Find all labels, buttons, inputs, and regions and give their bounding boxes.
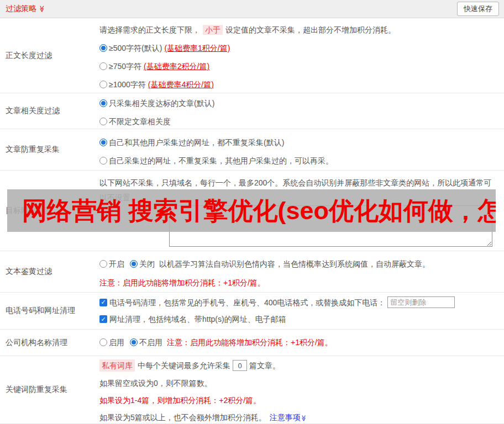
- row-label: 关键词防重复采集: [0, 356, 99, 423]
- private-lexicon-highlight: 私有词库: [99, 359, 135, 372]
- row-company-clean: 公司机构名称清理 启用 不启用 注意：启用此功能将增加积分消耗：+1积分/篇。: [0, 330, 504, 356]
- radio-label: 开启: [109, 258, 124, 269]
- watermark-text: 网络营销 搜索引擎优化(seo优化如何做，怎: [22, 194, 496, 227]
- radio-label: 自己采集过的网址，不重复采集，其他用户采集过的，可以再采。: [109, 155, 333, 166]
- keyword-limit-line: 私有词库 中每个关键词最多允许采集 篇文章。: [99, 359, 498, 372]
- radio-checked-icon[interactable]: [99, 139, 107, 146]
- row-label: 文本鉴黄过滤: [0, 251, 99, 292]
- radio-unchecked-icon[interactable]: [99, 157, 107, 165]
- rate-note: (基础费率4积分/篇): [148, 79, 214, 90]
- radio-option-500[interactable]: ≥500字符(默认) (基础费率1积分/篇): [99, 43, 498, 54]
- keyword-limit-input[interactable]: [233, 360, 247, 371]
- radio-unchecked-icon[interactable]: [99, 118, 107, 125]
- note-text: 如果设为5篇或以上，也不会额外增加积分消耗。: [99, 413, 266, 422]
- radio-label: ≥500字符(默认): [109, 43, 162, 54]
- quick-save-button[interactable]: 快速保存: [457, 2, 499, 16]
- row-body-length-filter: 正文长度过滤 请选择需求的正文长度下限，小于设定值的文章不采集，超出部分不增加积…: [0, 18, 504, 93]
- checkbox-label: 电话号码清理，包括常见的手机号、座机号、400电话格式，或替换成如下电话：: [109, 297, 385, 308]
- section-title-toggle[interactable]: 过滤策略 ≫: [6, 4, 46, 14]
- radio-option-1000[interactable]: ≥1000字符 (基础费率4积分/篇): [99, 79, 498, 90]
- radio-option-porn-on[interactable]: 开启: [99, 258, 124, 269]
- radio-unchecked-icon[interactable]: [99, 338, 107, 346]
- radio-checked-icon[interactable]: [99, 99, 107, 107]
- radio-label: 启用: [109, 337, 124, 348]
- radio-label: ≥750字符: [109, 61, 141, 72]
- less-than-highlight: 小于: [203, 25, 223, 35]
- row-phone-url-clean: 电话号码和网址清理 电话号码清理，包括常见的手机号、座机号、400电话格式，或替…: [0, 293, 504, 330]
- row-keyword-dedup: 关键词防重复采集 私有词库 中每个关键词最多允许采集 篇文章。 如果留空或设为0…: [0, 356, 504, 424]
- description-line1: 以下网站不采集，只填域名，每行一个，最多200个。系统会自动识别并屏蔽那些非文章…: [99, 178, 491, 187]
- radio-unchecked-icon[interactable]: [99, 81, 107, 88]
- row-relevance-filter: 文章相关度过滤 只采集相关度达标的文章(默认) 不限定文章相关度: [0, 93, 504, 129]
- radio-option-relevance-strict[interactable]: 只采集相关度达标的文章(默认): [99, 98, 498, 109]
- limit-text-after: 篇文章。: [249, 360, 280, 371]
- page-title: 过滤策略: [6, 4, 36, 14]
- radio-label: 只采集相关度达标的文章(默认): [109, 98, 214, 109]
- radio-label: ≥1000字符: [109, 79, 146, 90]
- topbar: 过滤策略 ≫ 快速保存: [0, 0, 504, 18]
- intro-text-before: 请选择需求的正文长度下限，: [99, 25, 200, 34]
- chevron-double-down-icon: ≫: [301, 415, 307, 422]
- checkbox-url-clean[interactable]: 网址清理，包括纯域名、带http(s)的网址、电子邮箱: [99, 314, 498, 325]
- notice-link[interactable]: 注意事项≫: [270, 413, 307, 422]
- chevron-double-down-icon: ≫: [39, 6, 45, 13]
- keyword-note-five: 如果设为5篇或以上，也不会额外增加积分消耗。注意事项≫: [99, 412, 498, 423]
- notice-link-label: 注意事项: [270, 413, 301, 422]
- checkbox-label: 网址清理，包括纯域名、带http(s)的网址、电子邮箱: [109, 314, 286, 325]
- row-label: 文章防重复采集: [0, 129, 99, 170]
- filter-strategy-page: 过滤策略 ≫ 快速保存 正文长度过滤 请选择需求的正文长度下限，小于设定值的文章…: [0, 0, 504, 424]
- radio-option-750[interactable]: ≥750字符 (基础费率2积分/篇): [99, 61, 498, 72]
- porn-filter-warning: 注意：启用此功能将增加积分消耗：+1积分/篇。: [99, 277, 498, 288]
- checkbox-checked-icon[interactable]: [99, 315, 107, 323]
- rate-note: (基础费率2积分/篇): [144, 61, 209, 72]
- radio-label: 不限定文章相关度: [109, 116, 171, 127]
- radio-checked-icon[interactable]: [130, 338, 138, 346]
- row-dedup-collect: 文章防重复采集 自己和其他用户采集过的网址，都不重复采集(默认) 自己采集过的网…: [0, 129, 504, 171]
- checkbox-phone-clean[interactable]: 电话号码清理，包括常见的手机号、座机号、400电话格式，或替换成如下电话：: [99, 296, 498, 308]
- keyword-note-zero: 如果留空或设为0，则不限篇数。: [99, 378, 498, 389]
- radio-option-dedup-all[interactable]: 自己和其他用户采集过的网址，都不重复采集(默认): [99, 137, 498, 148]
- keyword-note-cost: 如果设为1-4篇，则增加积分消耗：+2积分/篇。: [99, 395, 498, 406]
- replacement-phone-input[interactable]: [387, 296, 455, 308]
- radio-label: 自己和其他用户采集过的网址，都不重复采集(默认): [109, 137, 284, 148]
- length-filter-intro: 请选择需求的正文长度下限，小于设定值的文章不采集，超出部分不增加积分消耗。: [99, 24, 498, 35]
- company-clean-options: 启用 不启用 注意：启用此功能将增加积分消耗：+1积分/篇。: [99, 337, 498, 348]
- row-label: 文章相关度过滤: [0, 93, 99, 129]
- porn-filter-description: 以机器学习算法自动识别色情内容，当色情概率达到系统阈值，自动屏蔽文章。: [159, 258, 430, 269]
- row-label: 正文长度过滤: [0, 18, 99, 93]
- row-porn-filter: 文本鉴黄过滤 开启 关闭 以机器学习算法自动识别色情内容，当色情概率达到系统阈值…: [0, 251, 504, 293]
- radio-option-porn-off[interactable]: 关闭: [130, 258, 155, 269]
- row-label: 公司机构名称清理: [0, 330, 99, 356]
- porn-filter-options: 开启 关闭 以机器学习算法自动识别色情内容，当色情概率达到系统阈值，自动屏蔽文章…: [99, 258, 498, 269]
- limit-text-before: 中每个关键词最多允许采集: [138, 360, 230, 371]
- company-clean-warning: 注意：启用此功能将增加积分消耗：+1积分/篇。: [167, 337, 333, 348]
- radio-unchecked-icon[interactable]: [99, 62, 107, 70]
- radio-option-company-disable[interactable]: 不启用: [130, 337, 162, 348]
- checkbox-checked-icon[interactable]: [99, 299, 107, 306]
- radio-label: 不启用: [139, 337, 162, 348]
- intro-text-after: 设定值的文章不采集，超出部分不增加积分消耗。: [225, 25, 396, 34]
- radio-option-dedup-self[interactable]: 自己采集过的网址，不重复采集，其他用户采集过的，可以再采。: [99, 155, 498, 166]
- watermark-overlay: 网络营销 搜索引擎优化(seo优化如何做，怎: [7, 189, 496, 232]
- radio-label: 关闭: [139, 258, 155, 269]
- row-label: 电话号码和网址清理: [0, 293, 99, 329]
- radio-checked-icon[interactable]: [99, 44, 107, 52]
- radio-option-relevance-any[interactable]: 不限定文章相关度: [99, 116, 498, 127]
- radio-unchecked-icon[interactable]: [99, 260, 107, 268]
- radio-checked-icon[interactable]: [130, 260, 138, 268]
- rate-note: (基础费率1积分/篇): [164, 43, 230, 54]
- radio-option-company-enable[interactable]: 启用: [99, 337, 124, 348]
